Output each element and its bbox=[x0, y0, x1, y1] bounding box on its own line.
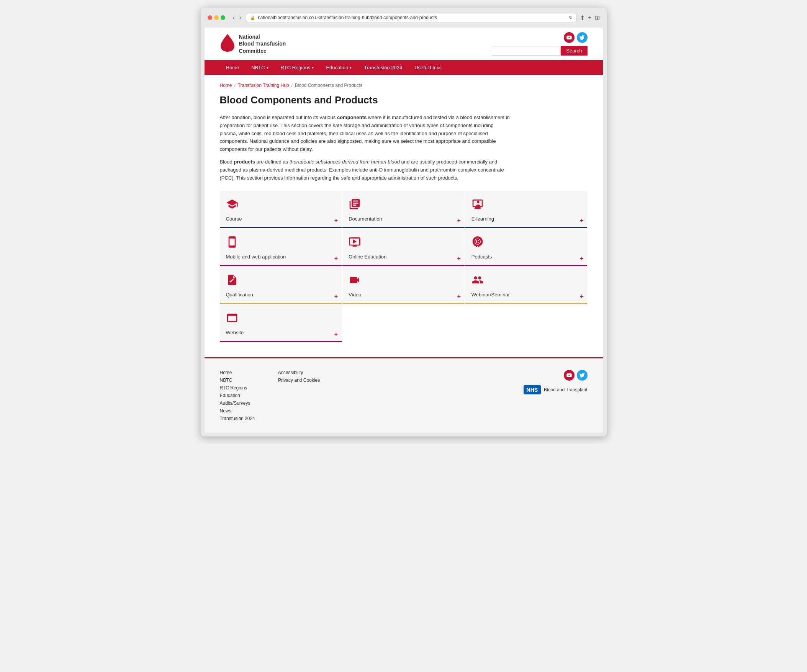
card-website[interactable]: Website + bbox=[220, 305, 342, 342]
card-elearning[interactable]: E-learning + bbox=[465, 191, 588, 228]
footer-col-2: Accessibility Privacy and Cookies bbox=[278, 370, 320, 421]
card-course-label: Course bbox=[226, 216, 336, 222]
card-video-plus: + bbox=[457, 293, 460, 300]
footer-link-transfusion[interactable]: Transfusion 2024 bbox=[220, 416, 255, 421]
forward-button[interactable]: › bbox=[238, 13, 243, 22]
content-area: Home / Transfusion Training Hub / Blood … bbox=[204, 75, 603, 357]
nav-education[interactable]: Education ▾ bbox=[320, 60, 358, 75]
card-webinar-plus: + bbox=[580, 293, 583, 300]
search-bar: Search bbox=[492, 46, 587, 56]
footer-social bbox=[564, 370, 588, 381]
card-podcasts-label: Podcasts bbox=[472, 254, 581, 260]
card-qualification-plus: + bbox=[334, 293, 338, 300]
card-online-education[interactable]: Online Education + bbox=[342, 229, 465, 266]
card-documentation[interactable]: Documentation + bbox=[342, 191, 465, 228]
card-podcasts[interactable]: Podcasts + bbox=[465, 229, 588, 266]
address-bar[interactable]: 🔒 nationalbloodtransfusion.co.uk/transfu… bbox=[246, 13, 577, 22]
page-description-1: After donation, blood is separated out i… bbox=[220, 114, 511, 154]
maximize-dot[interactable] bbox=[221, 15, 225, 20]
breadcrumb-home[interactable]: Home bbox=[220, 83, 232, 88]
close-dot[interactable] bbox=[208, 15, 212, 20]
footer-link-nbtc[interactable]: NBTC bbox=[220, 378, 255, 383]
footer-link-accessibility[interactable]: Accessibility bbox=[278, 370, 320, 375]
twitter-icon[interactable] bbox=[577, 32, 588, 43]
footer-link-rtc[interactable]: RTC Regions bbox=[220, 385, 255, 391]
search-button[interactable]: Search bbox=[561, 46, 587, 56]
card-course-plus: + bbox=[334, 217, 338, 224]
site-footer: Home NBTC RTC Regions Education Audits/S… bbox=[204, 357, 603, 433]
nav-home[interactable]: Home bbox=[220, 60, 246, 75]
footer-link-audits[interactable]: Audits/Surveys bbox=[220, 400, 255, 406]
minimize-dot[interactable] bbox=[214, 15, 219, 20]
card-qualification-label: Qualification bbox=[226, 292, 336, 297]
card-documentation-plus: + bbox=[457, 217, 460, 224]
org-name: National Blood Transfusion Committee bbox=[239, 33, 286, 55]
certificate-icon bbox=[226, 274, 336, 289]
card-mobile-web[interactable]: Mobile and web application + bbox=[220, 229, 342, 266]
breadcrumb-current: Blood Components and Products bbox=[295, 83, 362, 88]
footer-link-privacy[interactable]: Privacy and Cookies bbox=[278, 378, 320, 383]
footer-link-education[interactable]: Education bbox=[220, 393, 255, 398]
card-mobile-web-plus: + bbox=[334, 255, 338, 262]
breadcrumb-hub[interactable]: Transfusion Training Hub bbox=[238, 83, 289, 88]
nav-rtc-arrow: ▾ bbox=[312, 65, 314, 70]
video-camera-icon bbox=[349, 274, 458, 289]
search-input[interactable] bbox=[492, 46, 561, 56]
monitor-play-icon bbox=[349, 236, 458, 251]
card-video-label: Video bbox=[349, 292, 458, 297]
website-content: National Blood Transfusion Committee bbox=[204, 28, 603, 433]
monitor-person-icon bbox=[472, 198, 581, 213]
footer-link-news[interactable]: News bbox=[220, 408, 255, 413]
page-title: Blood Components and Products bbox=[220, 94, 588, 106]
nav-nbtc-arrow: ▾ bbox=[267, 65, 269, 70]
card-documentation-label: Documentation bbox=[349, 216, 458, 222]
books-icon bbox=[349, 198, 458, 213]
card-webinar[interactable]: Webinar/Seminar + bbox=[465, 267, 588, 304]
card-website-label: Website bbox=[226, 330, 336, 335]
main-navigation: Home NBTC ▾ RTC Regions ▾ Education ▾ Tr… bbox=[204, 60, 603, 75]
refresh-icon[interactable]: ↻ bbox=[569, 15, 573, 20]
card-qualification[interactable]: Qualification + bbox=[220, 267, 342, 304]
tabs-icon[interactable]: ⊞ bbox=[595, 14, 600, 22]
page-description-2: Blood products are defined as therapeuti… bbox=[220, 158, 511, 182]
nhs-subtext: Blood and Transplant bbox=[544, 387, 587, 392]
header-right: Search bbox=[492, 32, 587, 56]
card-video[interactable]: Video + bbox=[342, 267, 465, 304]
youtube-icon[interactable] bbox=[564, 32, 575, 43]
people-icon bbox=[472, 274, 581, 289]
lock-icon: 🔒 bbox=[250, 15, 256, 20]
nav-rtc-regions[interactable]: RTC Regions ▾ bbox=[275, 60, 320, 75]
url-text: nationalbloodtransfusion.co.uk/transfusi… bbox=[258, 15, 437, 20]
social-icons bbox=[564, 32, 588, 43]
footer-twitter-icon[interactable] bbox=[577, 370, 588, 381]
new-tab-icon[interactable]: + bbox=[588, 14, 591, 22]
card-elearning-plus: + bbox=[580, 217, 583, 224]
share-icon[interactable]: ⬆ bbox=[580, 14, 585, 22]
card-website-plus: + bbox=[334, 331, 338, 338]
nav-education-arrow: ▾ bbox=[350, 65, 352, 70]
nhs-badge: NHS bbox=[523, 385, 541, 394]
footer-col-1: Home NBTC RTC Regions Education Audits/S… bbox=[220, 370, 255, 421]
back-button[interactable]: ‹ bbox=[231, 13, 236, 22]
footer-youtube-icon[interactable] bbox=[564, 370, 575, 381]
mobile-icon bbox=[226, 236, 336, 251]
card-elearning-label: E-learning bbox=[472, 216, 581, 222]
card-course[interactable]: Course + bbox=[220, 191, 342, 228]
nav-useful-links[interactable]: Useful Links bbox=[408, 60, 448, 75]
browser-icon bbox=[226, 312, 336, 327]
graduation-cap-icon bbox=[226, 198, 336, 213]
card-mobile-web-label: Mobile and web application bbox=[226, 254, 336, 260]
nav-transfusion-2024[interactable]: Transfusion 2024 bbox=[358, 60, 408, 75]
card-online-education-plus: + bbox=[457, 255, 460, 262]
logo-area: National Blood Transfusion Committee bbox=[220, 33, 286, 55]
breadcrumb: Home / Transfusion Training Hub / Blood … bbox=[220, 83, 588, 88]
blood-drop-logo bbox=[220, 33, 235, 55]
card-podcasts-plus: + bbox=[580, 255, 583, 262]
podcast-icon bbox=[472, 236, 581, 251]
card-online-education-label: Online Education bbox=[349, 254, 458, 260]
footer-link-home[interactable]: Home bbox=[220, 370, 255, 375]
cards-grid: Course + Documentation + E-learnin bbox=[220, 191, 588, 342]
card-webinar-label: Webinar/Seminar bbox=[472, 292, 581, 297]
site-header: National Blood Transfusion Committee bbox=[204, 28, 603, 60]
nav-nbtc[interactable]: NBTC ▾ bbox=[245, 60, 274, 75]
